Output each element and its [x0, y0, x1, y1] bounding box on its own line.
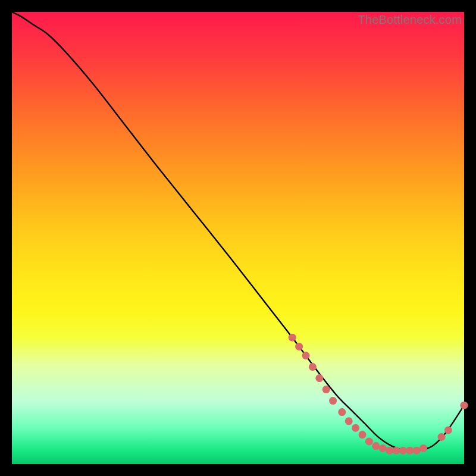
curve-marker: [386, 447, 393, 455]
curve-marker: [302, 352, 310, 359]
curve-marker: [393, 447, 400, 455]
curve-marker: [444, 427, 452, 434]
curve-marker: [315, 374, 323, 382]
curve-marker: [406, 447, 414, 455]
curve-marker: [338, 408, 346, 416]
curve-marker: [309, 363, 317, 371]
curve-marker: [329, 397, 337, 405]
curve-marker: [461, 402, 468, 409]
chart-frame: TheBottleneck.com: [0, 0, 476, 476]
curve-marker: [419, 444, 427, 452]
curve-marker: [322, 386, 330, 393]
bottleneck-curve: [12, 12, 464, 451]
chart-plot-area: TheBottleneck.com: [12, 12, 464, 464]
curve-marker: [289, 334, 296, 342]
curve-marker: [379, 444, 387, 452]
curve-marker: [365, 438, 373, 446]
curve-marker: [372, 442, 380, 450]
curve-marker: [413, 447, 421, 455]
curve-marker: [345, 417, 353, 425]
curve-marker: [399, 447, 407, 455]
curve-marker: [438, 433, 446, 441]
curve-marker: [295, 343, 303, 350]
curve-marker: [359, 431, 367, 439]
curve-marker: [352, 424, 359, 432]
chart-svg: [12, 12, 464, 464]
